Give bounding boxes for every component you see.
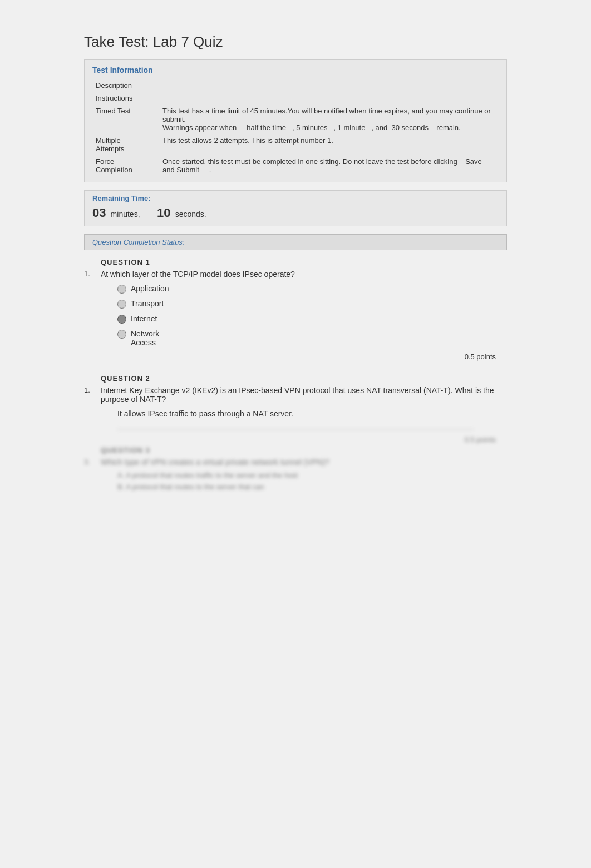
info-row-timed: Timed Test This test has a time limit of… [92,105,499,134]
option-application[interactable]: Application [117,284,507,294]
radio-internet[interactable] [117,315,126,324]
blurred-question-header: QUESTION 3 [101,446,507,454]
page-wrapper: Take Test: Lab 7 Quiz Test Information D… [73,22,518,515]
test-information-header: Test Information [92,66,499,75]
info-row-attempts: MultipleAttempts This test allows 2 atte… [92,134,499,155]
info-value-attempts: This test allows 2 attempts. This is att… [159,134,499,155]
question-1-block: QUESTION 1 1. At which layer of the TCP/… [84,258,507,361]
question-2-row: 1. Internet Key Exchange v2 (IKEv2) is a… [84,386,507,404]
blurred-content: 0.5 points QUESTION 3 3. Which type of V… [84,429,507,491]
remaining-time-box: Remaining Time: 03 minutes, 10 seconds. [84,190,507,226]
timer-seconds-unit: seconds. [175,210,206,219]
info-label-instructions: Instructions [92,92,159,105]
blurred-answer-a: A. A protocol that routes traffic to the… [117,471,507,479]
completion-status-label: Question Completion Status: [92,238,499,246]
radio-transport[interactable] [117,300,126,309]
info-value-description [159,79,499,92]
blurred-question-num: 3. [84,458,101,467]
question-1-text: At which layer of the TCP/IP model does … [101,270,507,279]
info-row-description: Description [92,79,499,92]
info-label-force: ForceCompletion [92,155,159,176]
blurred-answer-b: B. A protocol that routes to the server … [117,483,507,491]
question-2-number: 1. [84,386,101,404]
question-1-number: 1. [84,270,101,279]
blurred-question-row: 3. Which type of VPN creates a virtual p… [84,458,507,467]
option-transport[interactable]: Transport [117,299,507,309]
blurred-question-text: Which type of VPN creates a virtual priv… [101,458,507,467]
remaining-time-label: Remaining Time: [92,194,499,202]
test-information-box: Test Information Description Instruction… [84,59,507,182]
label-network-access: NetworkAccess [131,329,159,347]
option-internet[interactable]: Internet [117,314,507,324]
info-label-attempts: MultipleAttempts [92,134,159,155]
question-1-header: QUESTION 1 [101,258,507,266]
question-2-block: QUESTION 2 1. Internet Key Exchange v2 (… [84,374,507,491]
info-row-instructions: Instructions [92,92,499,105]
info-label-description: Description [92,79,159,92]
timer-seconds: 10 [157,206,170,220]
info-value-timed: This test has a time limit of 45 minutes… [159,105,499,134]
label-internet: Internet [131,314,157,323]
question-2-answer: It allows IPsec traffic to pass through … [117,409,507,418]
info-value-instructions [159,92,499,105]
divider [117,429,474,430]
completion-status-box: Question Completion Status: [84,234,507,250]
label-application: Application [131,284,169,293]
info-value-force: Once started, this test must be complete… [159,155,499,176]
blurred-points: 0.5 points [84,435,507,444]
timer-minutes: 03 [92,206,106,220]
question-2-header: QUESTION 2 [101,374,507,383]
radio-application[interactable] [117,285,126,294]
timer-display: 03 minutes, 10 seconds. [92,206,499,220]
question-1-row: 1. At which layer of the TCP/IP model do… [84,270,507,279]
radio-network-access[interactable] [117,330,126,339]
question-1-points: 0.5 points [84,353,507,361]
timer-minutes-unit: minutes, [111,210,140,219]
and-text: and [376,123,388,132]
option-network-access[interactable]: NetworkAccess [117,329,507,347]
question-1-options: Application Transport Internet NetworkAc… [117,284,507,347]
info-row-force: ForceCompletion Once started, this test … [92,155,499,176]
info-label-timed: Timed Test [92,105,159,134]
label-transport: Transport [131,299,164,308]
test-info-table: Description Instructions Timed Test This… [92,79,499,176]
question-2-text: Internet Key Exchange v2 (IKEv2) is an I… [101,386,507,404]
page-title: Take Test: Lab 7 Quiz [84,33,507,51]
